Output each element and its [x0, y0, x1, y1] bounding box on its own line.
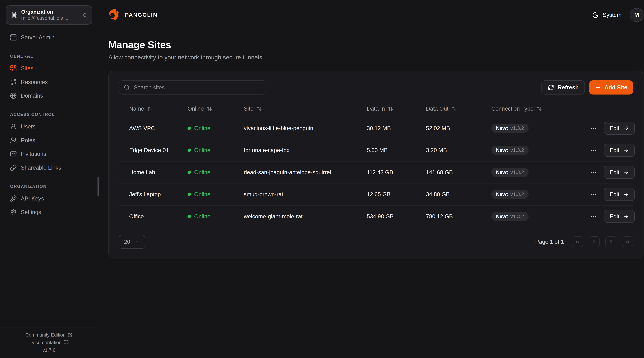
community-edition-link[interactable]: Community Edition: [25, 332, 73, 338]
arrow-right-icon: [623, 125, 629, 131]
org-selector[interactable]: Organization milo@fossorial.io's ...: [6, 5, 92, 24]
row-menu-button[interactable]: ⋯: [590, 147, 597, 154]
online-status-cell: Online: [188, 125, 244, 131]
table-row: Office Online welcome-giant-mole-rat 534…: [119, 205, 633, 227]
sidebar-item-api-keys[interactable]: API Keys: [6, 192, 92, 205]
column-label: Online: [188, 105, 204, 112]
sidebar-item-label: Server Admin: [21, 34, 54, 41]
edit-button[interactable]: Edit: [604, 210, 635, 223]
theme-toggle-button[interactable]: System: [592, 12, 621, 18]
add-site-button[interactable]: Add Site: [589, 80, 633, 95]
column-label: Site: [244, 105, 254, 112]
data-out-cell: 3.20 MB: [426, 147, 491, 153]
globe-icon: [10, 92, 17, 99]
connection-name: Newt: [496, 125, 508, 131]
data-out-cell: 780.12 GB: [426, 213, 491, 220]
page-size-select[interactable]: 20: [119, 235, 145, 249]
combine-icon: [10, 65, 17, 72]
previous-page-button[interactable]: [588, 236, 600, 247]
org-subtitle: milo@fossorial.io's ...: [21, 15, 78, 21]
site-id-cell: welcome-giant-mole-rat: [244, 213, 367, 220]
sidebar-item-label: Resources: [21, 79, 48, 85]
row-actions: ⋯ Edit: [590, 166, 637, 179]
edit-button[interactable]: Edit: [604, 122, 635, 135]
chevron-down-icon: [134, 239, 140, 244]
row-menu-button[interactable]: ⋯: [590, 125, 597, 132]
data-in-cell: 30.12 MB: [367, 125, 426, 131]
online-dot: [188, 127, 191, 130]
sidebar-item-roles[interactable]: Roles: [6, 134, 92, 147]
column-label: Name: [129, 105, 144, 112]
site-name-cell: Jeff's Laptop: [119, 191, 188, 197]
documentation-label: Documentation: [29, 340, 62, 345]
sidebar-item-users[interactable]: Users: [6, 120, 92, 133]
data-in-cell: 534.98 GB: [367, 213, 426, 220]
sidebar-item-settings[interactable]: Settings: [6, 206, 92, 218]
row-menu-button[interactable]: ⋯: [590, 169, 597, 176]
arrow-right-icon: [623, 147, 629, 153]
topbar-right: System M: [592, 8, 644, 22]
sidebar-resize-handle[interactable]: [98, 177, 99, 196]
page-subtitle: Allow connectivity to your network throu…: [108, 54, 644, 61]
connection-version: v1.3.2: [510, 191, 524, 197]
table-body: AWS VPC Online vivacious-little-blue-pen…: [119, 117, 633, 227]
connection-type-cell: Newt v1.3.2: [491, 212, 590, 221]
topbar: PANGOLIN System M: [98, 0, 644, 30]
sort-icon: [207, 106, 212, 111]
app-version: v1.7.0: [42, 347, 56, 353]
sidebar-item-sites[interactable]: Sites: [6, 62, 92, 74]
sidebar-footer: Community Edition Documentation v1.7.0: [0, 328, 98, 358]
column-header-data-out[interactable]: Data Out: [426, 100, 491, 117]
next-page-button[interactable]: [605, 236, 616, 247]
online-dot: [188, 149, 191, 152]
sidebar-item-domains[interactable]: Domains: [6, 89, 92, 102]
data-in-cell: 12.65 GB: [367, 191, 426, 197]
chevrons-left-icon: [574, 239, 580, 245]
edit-button[interactable]: Edit: [604, 188, 635, 201]
sites-table: Name Online Site Data In Data Out Connec…: [119, 100, 633, 227]
book-open-icon: [64, 340, 69, 345]
section-label-organization: ORGANIZATION: [6, 184, 92, 189]
edit-button[interactable]: Edit: [604, 166, 635, 179]
site-name-cell: Office: [119, 213, 188, 220]
pagination-controls: Page 1 of 1: [535, 236, 633, 247]
sidebar-item-shareable-links[interactable]: Shareable Links: [6, 162, 92, 174]
app-root: Organization milo@fossorial.io's ... Ser…: [0, 0, 644, 358]
online-label: Online: [194, 191, 210, 197]
site-id-cell: smug-brown-rat: [244, 191, 367, 197]
last-page-button[interactable]: [622, 236, 633, 247]
connection-type-cell: Newt v1.3.2: [491, 168, 590, 177]
column-header-data-in[interactable]: Data In: [367, 100, 426, 117]
connection-badge: Newt v1.3.2: [491, 212, 528, 221]
section-label-general: GENERAL: [6, 54, 92, 59]
external-link-icon: [68, 332, 73, 338]
column-header-online[interactable]: Online: [188, 100, 244, 117]
row-menu-button[interactable]: ⋯: [590, 191, 597, 198]
users-icon: [10, 137, 17, 144]
connection-badge: Newt v1.3.2: [491, 124, 528, 133]
avatar[interactable]: M: [630, 8, 644, 22]
connection-type-cell: Newt v1.3.2: [491, 146, 590, 155]
row-menu-button[interactable]: ⋯: [590, 213, 597, 220]
sidebar-item-server-admin[interactable]: Server Admin: [6, 31, 92, 44]
search-input[interactable]: [134, 84, 261, 91]
refresh-button[interactable]: Refresh: [542, 80, 585, 95]
edit-button[interactable]: Edit: [604, 144, 635, 157]
brand: PANGOLIN: [108, 8, 158, 21]
edit-label: Edit: [610, 125, 620, 131]
connection-type-cell: Newt v1.3.2: [491, 190, 590, 199]
data-out-cell: 34.80 GB: [426, 191, 491, 197]
sidebar-item-invitations[interactable]: Invitations: [6, 148, 92, 160]
column-header-name[interactable]: Name: [119, 100, 188, 117]
sidebar-item-label: Settings: [21, 209, 41, 215]
first-page-button[interactable]: [572, 236, 583, 247]
connection-version: v1.3.2: [510, 170, 524, 175]
sidebar-item-resources[interactable]: Resources: [6, 76, 92, 88]
table-row: AWS VPC Online vivacious-little-blue-pen…: [119, 117, 633, 139]
connection-name: Newt: [496, 214, 508, 219]
documentation-link[interactable]: Documentation: [29, 340, 69, 345]
column-header-site[interactable]: Site: [244, 100, 367, 117]
sidebar-item-label: Roles: [21, 137, 35, 144]
sort-icon: [536, 106, 542, 111]
column-header-connection-type[interactable]: Connection Type: [491, 100, 590, 117]
